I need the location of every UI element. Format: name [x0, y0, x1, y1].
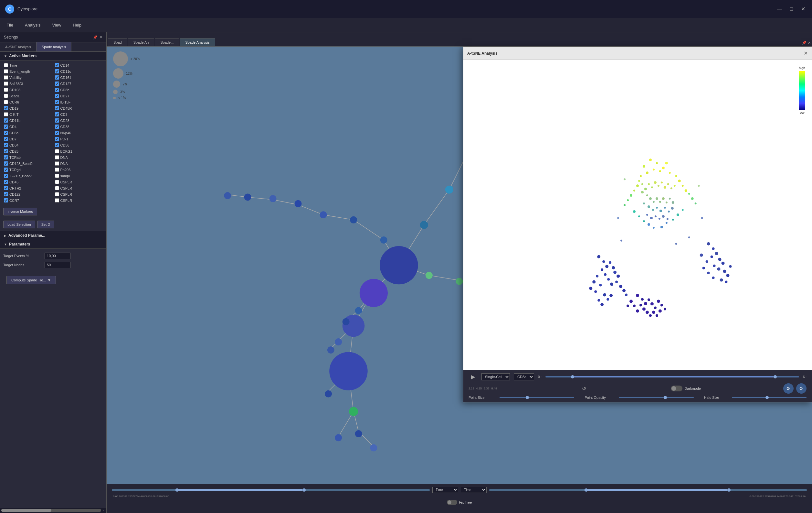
marker-cd19-checkbox[interactable] [4, 106, 8, 110]
atsne-refresh-btn[interactable]: ↺ [579, 384, 588, 393]
marker-cd8a-checkbox[interactable] [4, 131, 8, 135]
set-d-btn[interactable]: Set D [37, 221, 55, 228]
atsne-range-slider[interactable] [545, 376, 799, 377]
spade-tab-2[interactable]: Spade An [128, 38, 154, 46]
marker-il21r-checkbox[interactable] [4, 174, 8, 178]
marker-time-checkbox[interactable] [4, 63, 8, 67]
marker-bead1-checkbox[interactable] [4, 94, 8, 98]
gear-btn-1[interactable]: ⚙ [783, 383, 793, 394]
marker-cd11b-checkbox[interactable] [4, 118, 8, 123]
marker-cd11c-checkbox[interactable] [55, 69, 59, 74]
marker-cd45r-checkbox[interactable] [55, 106, 59, 110]
left-timeline-slider[interactable] [112, 489, 430, 491]
marker-ckit-checkbox[interactable] [4, 112, 8, 116]
marker-cd127: CD127 [54, 81, 104, 86]
menu-view[interactable]: View [50, 21, 64, 29]
inverse-markers-btn[interactable]: Inverse Markers [3, 208, 37, 215]
menu-help[interactable]: Help [70, 21, 84, 29]
marker-dna2-checkbox[interactable] [55, 161, 59, 166]
target-nodes-input[interactable] [45, 262, 70, 268]
menu-file[interactable]: File [4, 21, 16, 29]
point-size-slider[interactable] [499, 397, 574, 398]
panel-close-btn[interactable]: ✕ [99, 35, 103, 39]
marker-cd4-checkbox[interactable] [4, 125, 8, 129]
tab-spade[interactable]: Spade Analysis [36, 43, 71, 51]
panel-scrollbar[interactable]: › [0, 508, 106, 513]
marker-ccr7-checkbox[interactable] [4, 198, 8, 202]
atsne-marker-select[interactable]: CD8a [514, 373, 534, 380]
menu-analysis[interactable]: Analysis [22, 21, 43, 29]
right-timeline-slider[interactable] [489, 489, 807, 491]
right-slider-handle-l[interactable] [584, 488, 588, 492]
marker-tcrab-checkbox[interactable] [4, 155, 8, 159]
spade-tab-1[interactable]: Spad [108, 38, 127, 46]
spade-pin-btn[interactable]: 📌 [802, 41, 807, 45]
point-size-handle[interactable] [526, 396, 529, 399]
panel-pin-btn[interactable]: 📌 [93, 35, 97, 39]
marker-cd3-checkbox[interactable] [55, 112, 59, 116]
marker-viability-checkbox[interactable] [4, 75, 8, 80]
target-events-input[interactable] [45, 252, 70, 259]
left-slider-handle-l[interactable] [175, 488, 179, 492]
darkmode-toggle[interactable] [671, 385, 683, 392]
marker-csplr4-checkbox[interactable] [55, 198, 59, 202]
load-selection-btn[interactable]: Load Selection [3, 221, 35, 228]
marker-bckg1-checkbox[interactable] [55, 149, 59, 153]
scrollable-settings[interactable]: ▼ Active Markers Time CD14 Event_length [0, 52, 106, 508]
spade-tab-4[interactable]: Spade Analysis [180, 38, 215, 46]
marker-csplr3-checkbox[interactable] [55, 192, 59, 196]
point-opacity-handle[interactable] [664, 396, 667, 399]
marker-cd103-checkbox[interactable] [4, 88, 8, 92]
marker-ccr6-checkbox[interactable] [4, 100, 8, 104]
halo-size-slider[interactable] [732, 397, 807, 398]
marker-pd1-checkbox[interactable] [55, 137, 59, 141]
right-slider-handle-r[interactable] [727, 488, 731, 492]
atsne-range-handle-r[interactable] [774, 375, 777, 378]
marker-cd127-checkbox[interactable] [55, 82, 59, 86]
marker-pb206-checkbox[interactable] [55, 167, 59, 172]
timeline-dropdown-right[interactable]: Time [461, 487, 487, 493]
svg-point-113 [652, 209, 654, 211]
marker-nkp46-checkbox[interactable] [55, 131, 59, 135]
marker-csplr2-checkbox[interactable] [55, 186, 59, 190]
marker-cd8b-checkbox[interactable] [55, 88, 59, 92]
point-opacity-slider[interactable] [619, 397, 693, 398]
marker-crth2-checkbox[interactable] [4, 186, 8, 190]
close-btn[interactable]: ✕ [799, 5, 807, 13]
maximize-btn[interactable]: □ [787, 5, 795, 13]
marker-cd28-checkbox[interactable] [55, 118, 59, 123]
marker-dna1-checkbox[interactable] [55, 155, 59, 159]
marker-csplr1-checkbox[interactable] [55, 180, 59, 184]
marker-sampl-checkbox[interactable] [55, 174, 59, 178]
atsne-cell-type-select[interactable]: Single-Cell [482, 373, 510, 380]
gear-btn-2[interactable]: ⚙ [796, 383, 807, 394]
marker-cd122-checkbox[interactable] [4, 192, 8, 196]
minimize-btn[interactable]: — [776, 5, 784, 13]
fix-tree-toggle[interactable] [447, 500, 457, 505]
atsne-close-btn[interactable]: ✕ [804, 50, 808, 56]
marker-cd38-checkbox[interactable] [55, 125, 59, 129]
marker-ba138-checkbox[interactable] [4, 82, 8, 86]
marker-cd25-checkbox[interactable] [4, 149, 8, 153]
compute-spade-btn[interactable]: Compute Spade Tre... ▼ [6, 276, 56, 284]
marker-tcrgd-checkbox[interactable] [4, 167, 8, 172]
marker-cd161-checkbox[interactable] [55, 75, 59, 80]
marker-event-checkbox[interactable] [4, 69, 8, 74]
scroll-right-btn[interactable]: › [101, 509, 105, 512]
marker-cd45-checkbox[interactable] [4, 180, 8, 184]
marker-cd14-checkbox[interactable] [55, 63, 59, 67]
timeline-dropdown-left[interactable]: Time [432, 487, 458, 493]
marker-cd27-checkbox[interactable] [55, 94, 59, 98]
halo-size-handle[interactable] [765, 396, 769, 399]
atsne-range-handle-l[interactable] [571, 375, 574, 378]
spade-tab-3[interactable]: Spade... [155, 38, 179, 46]
marker-cd34-checkbox[interactable] [4, 143, 8, 147]
marker-il15f-checkbox[interactable] [55, 100, 59, 104]
atsne-play-btn[interactable]: ▶ [468, 372, 477, 381]
marker-cd123-checkbox[interactable] [4, 161, 8, 166]
spade-close-btn[interactable]: ✕ [808, 41, 811, 45]
left-slider-handle-r[interactable] [302, 488, 306, 492]
marker-cd7-checkbox[interactable] [4, 137, 8, 141]
marker-cd56-checkbox[interactable] [55, 143, 59, 147]
tab-atsne[interactable]: A-tSNE Analysis [0, 43, 36, 51]
